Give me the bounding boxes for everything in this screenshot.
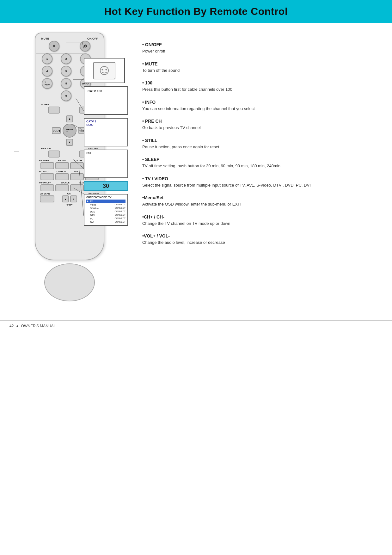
desc-info: • INFO You can see information regarding…: [142, 100, 383, 112]
screen1-box: [84, 58, 125, 83]
desc-prech-label: • PRE CH: [142, 119, 383, 124]
desc-menuset: •Menu/Set Activate the OSD window, enter…: [142, 195, 383, 207]
num-0-button[interactable]: 0: [61, 90, 71, 101]
tv-row-dvd: DVD CONNECT: [86, 210, 126, 213]
sleep-label-text: SLEEP: [41, 103, 49, 106]
descriptions-section: • ON/OFF Power on/off • MUTE To turn off…: [130, 33, 383, 301]
desc-100-text: Press this button first for cable channe…: [142, 86, 383, 93]
ch-down-nav-button[interactable]: ▼: [70, 195, 77, 202]
vol-left-button[interactable]: VOL◀: [52, 127, 61, 134]
desc-mute-text: To turn off the sound: [142, 67, 383, 74]
piponoff-button[interactable]: [40, 184, 54, 191]
menu-button[interactable]: MENU↵: [63, 124, 77, 138]
page-number: 42: [9, 324, 14, 328]
catv100-text: CATV 100: [86, 88, 126, 94]
tv-row-dvi: DVI CONNECT: [86, 220, 126, 224]
desc-prech-text: Go back to previous TV channel: [142, 125, 383, 131]
ch-up-nav-button[interactable]: ▲: [62, 195, 69, 202]
num-7-button[interactable]: 7+100: [42, 78, 52, 89]
desc-tvvideo: • TV / VIDEO Select the signal source fr…: [142, 176, 383, 188]
caption-button[interactable]: [55, 173, 69, 180]
tv-row-video: Video CONNECT: [86, 203, 126, 207]
desc-100: • 100 Press this button first for cable …: [142, 80, 383, 93]
footer-label: OWNER'S MANUAL: [21, 324, 56, 328]
catv3-line2: Mono: [86, 123, 126, 126]
prech-button[interactable]: [48, 151, 60, 157]
desc-ch-plusminus: •CH+ / CH- Change the TV channel on TV m…: [142, 214, 383, 227]
chscan-label: CH SCAN: [40, 193, 50, 195]
sleep-number: 30: [103, 183, 109, 189]
size-button[interactable]: [70, 184, 84, 191]
sleep-button[interactable]: [48, 107, 60, 114]
ch-up-button[interactable]: ▲: [66, 115, 73, 122]
tv-header-mode: CURRENT MODE: [86, 196, 107, 199]
onoff-label: ON/OFF: [87, 37, 98, 40]
page-wrapper: Hot Key Function By Remote Control MUTE …: [0, 0, 392, 331]
pcauto-button[interactable]: [40, 173, 54, 180]
mute-label: MUTE: [41, 37, 49, 40]
ch-down-button[interactable]: ▼: [66, 139, 73, 146]
tv-row-pc: PC CONNECT: [86, 217, 126, 220]
tv-row-svideo: S-Video CONNECT: [86, 207, 126, 210]
desc-onoff: • ON/OFF Power on/off: [142, 42, 383, 54]
desc-tvvideo-label: • TV / VIDEO: [142, 176, 383, 181]
catv3-line1: CATV 3: [86, 120, 126, 123]
remote-top-labels: MUTE ON/OFF: [39, 37, 101, 40]
pcauto-label: PC AUTO: [39, 170, 48, 173]
main-content: MUTE ON/OFF ✕ ⏻ 1 2 3 4 5 6 7+100: [0, 33, 392, 314]
remote-section: MUTE ON/OFF ✕ ⏻ 1 2 3 4 5 6 7+100: [9, 33, 130, 301]
desc-info-label: • INFO: [142, 100, 383, 105]
mts-label: MTS: [74, 170, 78, 173]
picture-button[interactable]: [40, 162, 54, 169]
sound-label: SOUND: [58, 159, 65, 162]
page-footer: 42 ● OWNER'S MANUAL: [0, 320, 392, 331]
desc-mute-label: • MUTE: [142, 61, 383, 66]
face-icon: [93, 62, 115, 79]
tv-row-tv: ▶ TV: [86, 200, 126, 203]
desc-ch-plusminus-label: •CH+ / CH-: [142, 214, 383, 219]
source-button[interactable]: [55, 184, 69, 191]
dpad-middle-row: VOL◀ MENU↵ VOL▶: [52, 124, 87, 138]
screen2-catv100: CATV 100: [84, 86, 128, 115]
desc-still: • STILL Pause function, press once again…: [142, 138, 383, 150]
sound-button[interactable]: [55, 162, 69, 169]
num-4-button[interactable]: 4: [42, 66, 52, 77]
desc-100-label: • 100: [142, 80, 383, 85]
chscan-button[interactable]: [40, 195, 54, 202]
ch-label: CH: [67, 193, 70, 195]
num-5-button[interactable]: 5: [61, 66, 71, 77]
still-screen-label: Still: [86, 151, 126, 155]
desc-tvvideo-text: Select the signal source from multiple i…: [142, 182, 383, 188]
prech-label-text: PRE CH: [41, 147, 51, 150]
ch-down-row: ▼: [66, 139, 73, 146]
svg-point-2: [106, 69, 107, 70]
num-1-button[interactable]: 1: [42, 53, 52, 64]
desc-onoff-label: • ON/OFF: [142, 42, 383, 47]
desc-vol-plusminus: •VOL+ / VOL- Change the audio level, inc…: [142, 233, 383, 246]
ch-up-row: ▲: [66, 115, 73, 122]
size-label: SIZE: [79, 182, 84, 184]
desc-still-text: Pause function, press once again for res…: [142, 144, 383, 150]
page-title: Hot Key Function By Remote Control: [104, 6, 288, 17]
desc-vol-plusminus-text: Change the audio level, increase or decr…: [142, 239, 383, 246]
power-button[interactable]: ⏻: [80, 41, 90, 52]
mute-button[interactable]: ✕: [49, 41, 59, 52]
screen-diagrams: CATV 100 CATV 3 Mono Still 30: [84, 58, 128, 226]
screen4-still: Still: [84, 150, 128, 178]
svg-point-1: [102, 69, 103, 70]
desc-sleep: • SLEEP TV off time setting, push button…: [142, 157, 383, 169]
num-8-button[interactable]: 8: [61, 78, 71, 89]
svg-point-0: [100, 66, 108, 75]
color-button[interactable]: [70, 162, 84, 169]
picture-label: PICTURE: [39, 159, 49, 162]
desc-vol-plusminus-label: •VOL+ / VOL-: [142, 233, 383, 238]
caption-label: CAPTION: [57, 170, 66, 173]
num-2-button[interactable]: 2: [61, 53, 71, 64]
desc-ch-plusminus-text: Change the TV channel on TV mode up or d…: [142, 220, 383, 227]
source-label: SOURCE: [61, 182, 70, 184]
screen3-catv3: CATV 3 Mono: [84, 118, 128, 146]
top-button-row: ✕ ⏻: [39, 41, 101, 52]
desc-mute: • MUTE To turn off the sound: [142, 61, 383, 74]
mts-button[interactable]: [70, 173, 84, 180]
page-header: Hot Key Function By Remote Control: [0, 0, 392, 23]
